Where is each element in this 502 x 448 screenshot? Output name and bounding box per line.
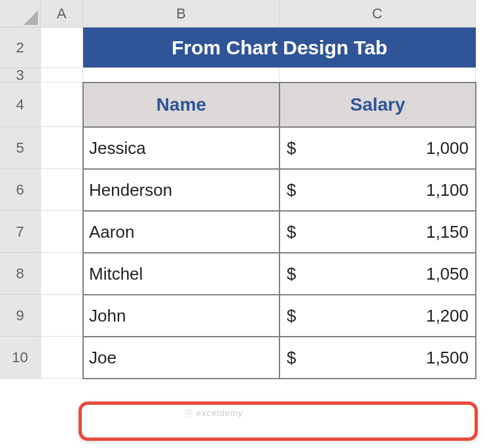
cell-salary-5[interactable]: $ 1,500 [279,336,476,379]
row-header-4[interactable]: 4 [0,83,41,127]
row-header-6[interactable]: 6 [0,169,41,211]
cell-B3[interactable] [83,68,279,83]
title-banner[interactable]: From Chart Design Tab [83,28,476,68]
row-header-7[interactable]: 7 [0,211,41,253]
cell-name-3[interactable]: Mitchel [82,252,280,295]
cell-A5[interactable] [41,127,83,169]
salary-value: 1,050 [426,264,469,284]
col-header-C[interactable]: C [279,0,476,28]
cell-name-0[interactable]: Jessica [82,126,280,170]
cell-A2[interactable] [41,28,83,68]
cell-A7[interactable] [41,211,83,253]
cell-name-1[interactable]: Henderson [82,168,280,212]
salary-value: 1,150 [426,222,469,242]
salary-value: 1,200 [426,306,469,326]
row-header-10[interactable]: 10 [0,337,41,379]
cell-name-5[interactable]: Joe [82,336,280,379]
cell-A3[interactable] [41,68,83,83]
cell-C3[interactable] [279,68,476,83]
table-header-salary[interactable]: Salary [279,82,476,128]
cell-A10[interactable] [41,337,83,379]
row-header-8[interactable]: 8 [0,253,41,295]
cell-name-4[interactable]: John [82,294,280,337]
cell-salary-1[interactable]: $ 1,100 [279,168,476,212]
cell-salary-3[interactable]: $ 1,050 [279,252,476,295]
cell-salary-0[interactable]: $ 1,000 [279,126,476,170]
cell-salary-2[interactable]: $ 1,150 [279,210,476,253]
salary-value: 1,100 [426,180,469,200]
row-header-2[interactable]: 2 [0,28,41,68]
cell-A8[interactable] [41,253,83,295]
watermark-text: exceldemy [196,408,243,418]
cell-A4[interactable] [41,83,83,127]
col-header-B[interactable]: B [83,0,279,28]
select-all-corner[interactable] [0,0,41,28]
cell-A9[interactable] [41,295,83,337]
currency-symbol: $ [287,348,296,368]
row-header-5[interactable]: 5 [0,127,41,169]
watermark-icon [183,407,194,418]
currency-symbol: $ [287,180,296,200]
salary-value: 1,500 [426,348,469,368]
currency-symbol: $ [287,306,296,326]
cell-salary-4[interactable]: $ 1,200 [279,294,476,337]
currency-symbol: $ [287,222,296,242]
spreadsheet-grid: A B C 2 From Chart Design Tab 3 4 Name S… [0,0,476,379]
currency-symbol: $ [287,138,296,159]
currency-symbol: $ [287,264,296,284]
watermark: exceldemy [183,407,243,418]
row-header-9[interactable]: 9 [0,295,41,337]
table-header-name[interactable]: Name [82,82,280,128]
salary-value: 1,000 [426,138,469,159]
cell-A6[interactable] [41,169,83,211]
row-header-3[interactable]: 3 [0,68,41,83]
highlight-annotation [79,401,478,441]
col-header-A[interactable]: A [41,0,83,28]
cell-name-2[interactable]: Aaron [82,210,280,253]
